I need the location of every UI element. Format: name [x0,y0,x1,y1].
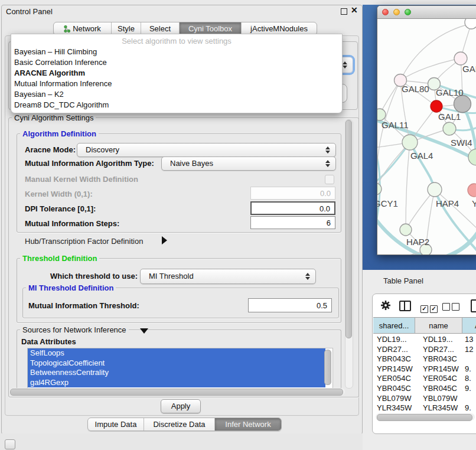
expander-arrow-right-icon[interactable] [162,236,167,244]
sources-group-title: Sources for Network Inference [20,325,129,334]
node-label-gal1: GAL1 [438,112,461,122]
table-row[interactable]: YDR27...YDR27...12 [373,345,476,355]
network-window-titlebar[interactable] [377,6,476,19]
settings-vertical-scrollbar-thumb[interactable] [345,120,352,338]
float-window-icon[interactable] [341,8,347,15]
network-graph [377,19,476,255]
list-item-betweennesscentrality[interactable]: BetweennessCentrality [28,368,325,378]
table-panel-title: Table Panel [383,276,423,285]
kernel-width-field: 0.0 [250,187,335,200]
table-row[interactable]: YBR045CYBR045C9. [373,384,476,394]
dropdown-item-bayesian-hill-climbing[interactable]: Bayesian – Hill Climbing [14,47,339,57]
node-label-gal: GAL [462,64,476,74]
which-threshold-combobox[interactable]: MI Threshold [140,269,316,284]
dropdown-item-basic-correlation[interactable]: Basic Correlation Inference [14,57,339,68]
node-hap4[interactable] [428,182,442,197]
list-item-topologicalcoefficient[interactable]: TopologicalCoefficient [28,358,325,369]
node-swi4[interactable] [468,149,476,165]
mi-threshold-definition-title: MI Threshold Definition [26,283,116,292]
node-label-hap4: HAP4 [436,198,459,208]
mi-threshold-field[interactable]: 0.5 [248,298,332,312]
bottom-strip [0,433,363,450]
algorithm-definition-title: Algorithm Definition [20,129,99,138]
list-item-gal4rgexp[interactable]: gal4RGexp [28,378,325,388]
node-salmon[interactable] [468,184,476,197]
dropdown-item-bayesian-k2[interactable]: Bayesian – K2 [14,89,339,100]
column-header-name[interactable]: name [415,317,462,334]
gear-icon[interactable] [380,300,391,313]
table-row[interactable]: YBR043CYBR043C [373,354,476,364]
split-columns-icon[interactable] [399,301,411,311]
manual-kernel-width-checkbox [325,175,334,184]
table-row[interactable]: YPR145WYPR145W9. [373,364,476,374]
network-tab-icon [64,25,70,32]
node-red-selected[interactable] [431,100,442,112]
dropdown-item-mutual-information[interactable]: Mutual Information Inference [14,79,339,89]
node-unlabeled-top[interactable] [465,19,476,29]
node-label-gal4: GAL4 [410,151,433,161]
bottom-tabbar: Impute Data Discretize Data Infer Networ… [87,418,282,431]
manual-kernel-width-label: Manual Kernel Width Definition [25,175,138,184]
hub-definition-expander-label[interactable]: Hub/Transcription Factor Definition [25,237,143,246]
table-row[interactable]: YBL079WYBL079W [373,394,476,404]
node-label-gal80: GAL80 [402,84,429,94]
node-gray[interactable] [454,96,471,113]
minimize-traffic-light-icon[interactable] [393,9,400,15]
close-traffic-light-icon[interactable] [382,9,389,15]
node-gcy1[interactable] [377,183,382,195]
zoom-traffic-light-icon[interactable] [405,9,411,15]
expander-arrow-down-icon[interactable] [140,328,148,334]
deselect-all-columns-icon[interactable] [442,302,459,313]
aracne-mode-combobox[interactable]: Discovery [77,143,336,157]
node-gal-top-right[interactable] [454,52,467,65]
apply-button[interactable]: Apply [161,399,201,413]
column-header-shared-name[interactable]: shared... [373,317,415,334]
node-hap2[interactable] [400,224,412,236]
data-attributes-label: Data Attributes [21,337,76,346]
node-gal1[interactable] [443,122,456,135]
table-horizontal-scrollbar-thumb[interactable] [377,414,472,421]
dropdown-item-dream8[interactable]: Dream8 DC_TDC Algorithm [14,100,339,110]
mi-algorithm-type-label: Mutual Information Algorithm Type: [25,159,154,168]
attributes-list-scrollbar[interactable] [324,350,331,385]
tab-style[interactable]: Style [111,22,141,35]
network-canvas[interactable]: GAL GAL80 GAL10 GAL1 GAL11 SWI4 GAL4 GCY… [377,19,476,255]
select-all-columns-icon[interactable]: ✓✓ [420,302,438,313]
tab-impute-data[interactable]: Impute Data [88,418,144,431]
table-row[interactable]: YLR345WYLR345W9. [373,403,476,413]
mi-algorithm-type-combobox[interactable]: Naive Bayes [161,156,336,171]
dpi-tolerance-field[interactable]: 0.0 [250,201,335,215]
kernel-width-label: Kernel Width (0,1): [25,190,93,198]
mi-steps-field[interactable]: 6 [250,216,335,229]
mi-steps-label: Mutual Information Steps: [25,219,119,228]
node-label-hap2: HAP2 [406,237,429,247]
close-panel-icon[interactable]: ✕ [351,5,358,15]
tab-jactivemnodules[interactable]: jActiveMNodules [241,22,317,35]
corner-widget-icon[interactable] [5,439,15,449]
tab-select[interactable]: Select [141,22,179,35]
node-label-y: Y [472,198,476,208]
combo-arrows-icon [325,146,330,154]
table-row[interactable]: YER054CYER054C8. [373,374,476,384]
table-row[interactable]: YDL19...YDL19...13 [373,335,476,345]
cyni-settings-title: Cyni Algorithm Settings [12,113,96,122]
aracne-mode-label: Aracne Mode: [25,145,76,154]
node-label-gal10: GAL10 [436,87,464,97]
dropdown-item-aracne[interactable]: ARACNE Algorithm [14,68,339,79]
combo-arrows-icon [305,272,310,281]
table-function-icon[interactable] [471,299,476,312]
node-gal4[interactable] [402,135,418,150]
settings-horizontal-scrollbar-thumb[interactable] [10,389,343,396]
tab-cyni-toolbox[interactable]: Cyni Toolbox [179,22,241,35]
network-view-window: GAL GAL80 GAL10 GAL1 GAL11 SWI4 GAL4 GCY… [377,5,476,255]
tab-network[interactable]: Network [54,22,111,35]
tab-discretize-data[interactable]: Discretize Data [144,418,214,431]
column-header-clipped[interactable]: A [462,317,476,334]
tab-infer-network[interactable]: Infer Network [214,418,281,431]
dpi-tolerance-label: DPI Tolerance [0,1]: [25,204,96,213]
which-threshold-label: Which threshold to use: [50,272,138,281]
list-item-selfloops[interactable]: SelfLoops [28,348,325,358]
algorithm-dropdown-popup: Select algorithm to view settings Bayesi… [11,34,343,113]
combo-arrows-icon [343,61,347,69]
node-gal11[interactable] [377,109,386,120]
